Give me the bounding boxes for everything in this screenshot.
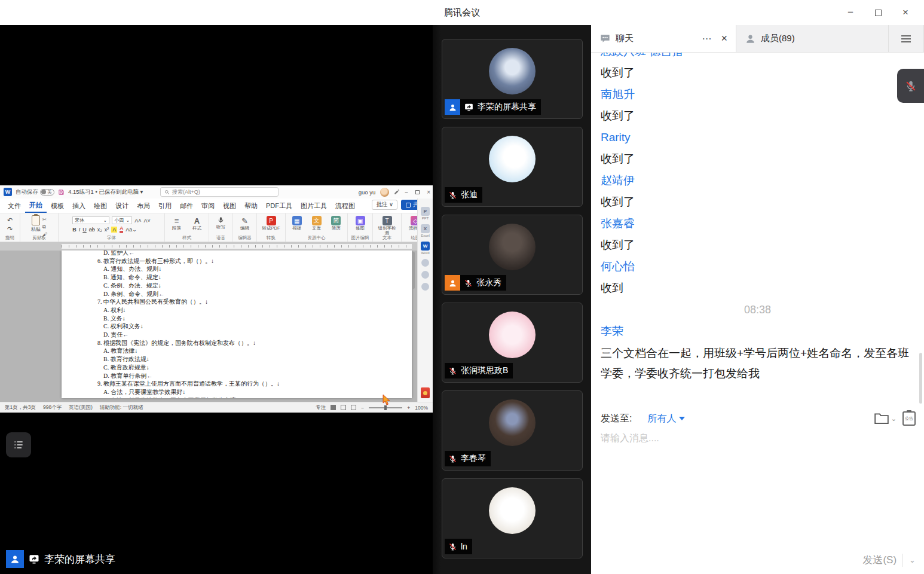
tab-picture-tools[interactable]: 图片工具 [296,199,331,212]
paste-button[interactable]: 粘贴 [31,215,41,233]
tab-chat[interactable]: 聊天 ⋯ × [591,25,736,52]
tab-design[interactable]: 设计 [111,199,133,212]
chat-sender-name[interactable]: 何心怡 [601,256,914,277]
resume-button[interactable]: 简简历 [327,215,345,231]
focus-mode-button[interactable]: 专注 [316,404,326,411]
participant-tile[interactable]: ln [442,478,583,558]
chat-input[interactable] [601,433,914,444]
zoom-out-icon[interactable]: − [361,405,364,411]
styles-button[interactable]: A样式 [188,215,206,231]
tab-draw[interactable]: 绘图 [90,199,111,212]
typo-check-button[interactable]: T错别字检测 [375,215,399,236]
tab-pdf-tools[interactable]: PDF工具 [262,199,296,212]
rail-ppt-button[interactable]: P PPT [421,207,430,220]
autosave-toggle[interactable]: 自动保存 关 [16,188,54,196]
shrink-font-icon[interactable]: A˅ [144,218,151,224]
document-scrollbar[interactable] [412,252,415,289]
chat-sender-name[interactable]: 思政八班 德吉措 [601,53,914,62]
rail-excel-button[interactable]: X Excel [421,224,430,237]
tab-members[interactable]: 成员(89) [736,25,889,52]
zoom-in-icon[interactable]: + [407,405,410,411]
chat-sender-name[interactable]: 赵靖伊 [601,170,914,191]
send-button[interactable]: 发送(S) [862,553,897,567]
print-layout-icon[interactable] [341,405,346,410]
dictate-button[interactable]: 听写 [212,215,230,230]
language-indicator[interactable]: 英语(美国) [69,404,93,411]
tab-help[interactable]: 帮助 [240,199,262,212]
pen-icon[interactable] [394,189,400,195]
chat-sender-name[interactable]: 李荣 [601,320,914,342]
rail-more-icon[interactable] [421,283,429,291]
templates-button[interactable]: ▦模板 [288,215,306,231]
tab-references[interactable]: 引用 [154,199,176,212]
rail-word-button[interactable]: W Word [421,242,430,255]
tab-home[interactable]: 开始 [25,199,47,213]
library-button[interactable]: 文文库 [308,215,326,231]
chevron-down-icon[interactable]: ⌄ [909,555,916,564]
grow-font-icon[interactable]: A˄ [134,218,141,224]
document-page[interactable]: D. 监护人← 6. 教育行政法规一般有三种形式，即（）。↓ A. 通知、办法、… [62,251,412,398]
participant-tile[interactable]: 李荣的屏幕共享 [442,39,583,119]
tab-file[interactable]: 文件 [4,199,25,212]
copy-icon[interactable]: ⧉ [42,224,48,230]
tab-view[interactable]: 视图 [219,199,240,212]
editor-button[interactable]: ✎编辑 [235,215,254,231]
tab-mailings[interactable]: 邮件 [176,199,197,212]
undo-icon[interactable]: ↶ [7,216,13,224]
chat-message-list[interactable]: 思政八班 德吉措 收到了 南旭升 收到了 Rarity 收到了 赵靖伊 收到了 … [601,53,914,405]
account-avatar[interactable] [380,188,389,197]
subscript-button[interactable]: x₂ [97,227,102,233]
chat-input-area[interactable] [601,433,914,529]
panel-menu-button[interactable] [889,25,924,52]
tab-review[interactable]: 审阅 [197,199,219,212]
maximize-icon[interactable] [415,190,420,194]
read-mode-icon[interactable] [331,405,336,410]
tab-template[interactable]: 模板 [47,199,68,212]
chat-sender-name[interactable]: 南旭升 [601,84,914,105]
word-count[interactable]: 998个字 [43,404,62,411]
document-title[interactable]: 4.15练习1 • 已保存到此电脑 ▾ [68,188,143,196]
minimize-icon[interactable]: − [837,0,864,25]
highlight-button[interactable]: A [111,227,117,233]
bold-button[interactable]: B [72,227,77,233]
tab-layout[interactable]: 布局 [133,199,154,212]
list-toggle-button[interactable] [6,432,31,457]
chat-scrollbar[interactable] [919,353,922,404]
font-name-select[interactable]: 宋体⌄ [72,216,109,224]
italic-button[interactable]: I [79,227,81,233]
accessibility-status[interactable]: 辅助功能: 一切就绪 [100,404,143,411]
comments-button[interactable]: 批注 ∨ [372,200,397,210]
tab-flowchart[interactable]: 流程图 [331,199,359,212]
participant-tile[interactable]: 张永秀 [442,215,583,295]
chat-sender-name[interactable]: Rarity [601,127,914,148]
more-icon[interactable]: ⋯ [702,36,712,42]
mic-muted-float-button[interactable] [897,69,924,103]
change-case-button[interactable]: Aa⌄ [126,227,137,233]
redo-icon[interactable]: ↷ [7,225,13,233]
minimize-icon[interactable]: − [405,189,408,196]
chat-sender-name[interactable]: 张嘉睿 [601,213,914,234]
maximize-icon[interactable] [864,0,892,25]
red-packet-promo-icon[interactable] [421,387,430,398]
convert-pdf-button[interactable]: P转成PDF [259,215,283,231]
strikethrough-button[interactable]: ab [89,227,95,233]
file-button[interactable]: ⌄ [874,412,897,425]
rail-settings-icon[interactable] [421,259,429,267]
word-search-box[interactable]: 搜索(Alt+Q) [160,187,279,197]
account-name[interactable]: guo yu [359,189,376,196]
close-icon[interactable]: × [892,0,919,25]
close-icon[interactable]: × [721,32,727,45]
underline-button[interactable]: U [82,227,87,233]
participant-tile[interactable]: 李春琴 [442,390,583,471]
zoom-slider[interactable] [369,407,402,408]
close-icon[interactable]: × [427,189,430,196]
font-size-select[interactable]: 小四⌄ [112,216,132,224]
participant-tile[interactable]: 张润琪思政B [442,303,583,383]
font-color-button[interactable]: A [120,226,123,233]
send-to-select[interactable]: 所有人 [647,413,685,425]
zoom-level[interactable]: 100% [415,405,428,411]
announcement-button[interactable]: 公告 [902,411,916,426]
tab-insert[interactable]: 插入 [68,199,90,212]
cut-icon[interactable]: ✂ [42,216,48,222]
web-layout-icon[interactable] [351,405,356,410]
